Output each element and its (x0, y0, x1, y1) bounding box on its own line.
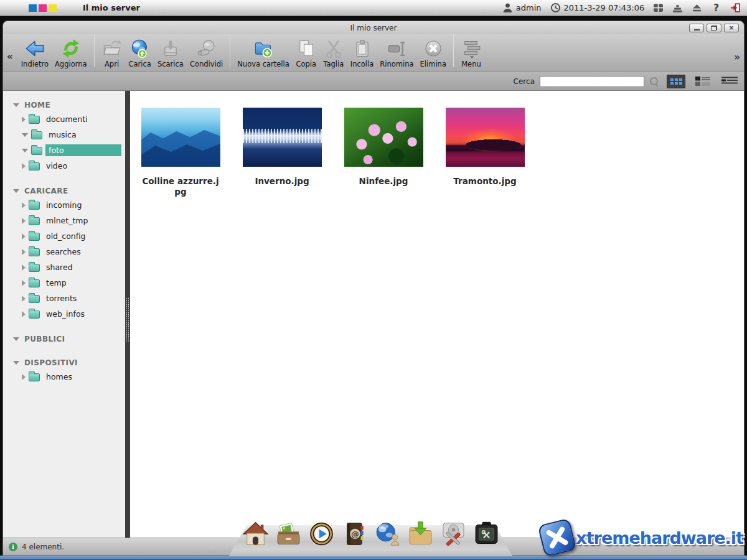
expand-arrow-icon[interactable] (22, 218, 26, 224)
dock-disk-tools-icon[interactable] (439, 520, 467, 548)
at-sign-glyph: @ (351, 530, 359, 539)
collapse-arrow-icon[interactable] (13, 189, 19, 193)
back-button[interactable]: Indietro (18, 38, 52, 68)
menu-button[interactable]: Menu (458, 38, 485, 68)
sidebar-item-shared[interactable]: shared (3, 259, 125, 275)
search-icon[interactable] (649, 77, 659, 86)
icon-view-button[interactable] (667, 75, 685, 88)
expand-arrow-icon[interactable] (22, 116, 26, 123)
expand-arrow-icon[interactable] (22, 233, 26, 240)
refresh-button[interactable]: Aggiorna (52, 38, 90, 68)
file-tile[interactable]: Ninfee.jpg (343, 108, 424, 187)
collapse-arrow-icon[interactable] (13, 103, 19, 107)
expand-arrow-icon[interactable] (22, 202, 26, 208)
expand-arrow-icon[interactable] (22, 249, 26, 255)
download-icon (160, 38, 181, 59)
window-titlebar[interactable]: Il mio server × (3, 21, 744, 34)
sidebar-item-web-infos[interactable]: web_infos (3, 306, 125, 322)
dock-media-player-icon[interactable] (308, 520, 335, 548)
collapse-arrow-icon[interactable] (13, 337, 19, 341)
expand-arrow-icon[interactable] (22, 280, 26, 286)
sidebar-item-foto[interactable]: foto (3, 142, 125, 158)
window-title: Il mio server (3, 24, 744, 32)
expand-arrow-icon[interactable] (22, 163, 26, 169)
devices-icon[interactable] (672, 2, 683, 13)
eject-icon[interactable] (692, 2, 702, 13)
folder-icon (29, 264, 40, 272)
collapse-arrow-icon[interactable] (13, 361, 19, 365)
expand-arrow-icon[interactable] (22, 296, 26, 302)
collapse-arrow-icon[interactable] (22, 133, 28, 137)
folder-icon (29, 310, 40, 319)
detail-view-button[interactable] (721, 76, 738, 86)
file-tile[interactable]: Colline azzurre.jpg (140, 108, 221, 197)
toolbar-overflow-left-icon[interactable]: « (7, 51, 13, 62)
file-tile[interactable]: Inverno.jpg (242, 108, 322, 187)
sidebar-splitter[interactable] (125, 91, 130, 538)
help-icon[interactable]: ? (711, 2, 721, 14)
rename-icon (386, 38, 407, 59)
sidebar-item-incoming[interactable]: incoming (3, 197, 125, 213)
delete-button[interactable]: Elimina (417, 38, 449, 68)
thumbnail-tramonto[interactable] (446, 108, 525, 167)
paste-button[interactable]: Incolla (347, 38, 377, 68)
apps-grid-icon[interactable] (653, 2, 664, 13)
copy-icon (296, 38, 317, 59)
dock-home-icon[interactable] (242, 520, 269, 548)
sidebar-item-temp[interactable]: temp (3, 275, 125, 291)
search-input[interactable] (540, 76, 644, 87)
copy-button[interactable]: Copia (293, 38, 320, 68)
collapse-arrow-icon[interactable] (22, 149, 28, 152)
thumbnail-inverno[interactable] (243, 108, 322, 167)
minimize-button[interactable] (689, 24, 704, 32)
section-header-pubblici[interactable]: PUBBLICI (3, 333, 125, 345)
sidebar-item-documenti[interactable]: documenti (3, 111, 125, 127)
file-tile[interactable]: Tramonto.jpg (444, 108, 525, 187)
sidebar-item-homes[interactable]: homes (3, 369, 125, 385)
expand-arrow-icon[interactable] (22, 311, 26, 317)
sidebar-item-video[interactable]: video (3, 158, 125, 174)
restore-button[interactable] (707, 24, 721, 32)
window-controls: × (689, 24, 739, 32)
close-button[interactable]: × (724, 24, 739, 32)
section-header-dispositivi[interactable]: DISPOSITIVI (3, 357, 125, 369)
share-button[interactable]: Condividi (187, 38, 226, 68)
folder-icon (29, 295, 40, 303)
splitter-grip[interactable] (126, 297, 129, 342)
sidebar-item-searches[interactable]: searches (3, 244, 125, 259)
thumbnail-colline-azzurre[interactable] (141, 108, 220, 167)
cut-button[interactable]: Taglia (320, 38, 347, 68)
top-os-bar: Il mio server admin 2011-3-29 07:43:06 ? (0, 0, 747, 16)
clock-display: 2011-3-29 07:43:06 (550, 2, 645, 13)
user-icon (502, 2, 513, 13)
dock-downloads-icon[interactable] (406, 520, 434, 548)
expand-arrow-icon[interactable] (22, 374, 26, 380)
list-view-button[interactable] (695, 76, 712, 86)
thumbnail-ninfee[interactable] (344, 108, 423, 167)
toolbar-overflow-right-icon[interactable]: » (734, 52, 740, 63)
dock-photos-icon[interactable] (275, 520, 302, 548)
dock-toolkit-icon[interactable] (472, 520, 500, 548)
search-bar: Cerca (3, 72, 744, 91)
dock-address-book-icon[interactable]: @ (341, 520, 368, 548)
logout-icon[interactable] (730, 2, 741, 13)
rename-button[interactable]: Rinomina (377, 38, 416, 68)
icon-view-glyph (670, 78, 674, 81)
download-button[interactable]: Scarica (154, 38, 187, 68)
folder-icon (31, 147, 42, 155)
sidebar-item-old-config[interactable]: old_config (3, 228, 125, 244)
section-pubblici: PUBBLICI (3, 333, 125, 345)
sidebar-item-torrents[interactable]: torrents (3, 291, 125, 306)
open-button[interactable]: Apri (98, 38, 126, 68)
toolbar: « Indietro Aggiorna Apri Carica (3, 34, 744, 72)
sidebar-item-mlnet-tmp[interactable]: mlnet_tmp (3, 213, 125, 228)
sidebar-item-musica[interactable]: musica (3, 127, 125, 142)
delete-icon (423, 38, 444, 59)
user-menu[interactable]: admin (502, 2, 542, 13)
expand-arrow-icon[interactable] (22, 264, 26, 271)
section-header-home[interactable]: HOME (3, 99, 125, 111)
new-folder-button[interactable]: Nuova cartella (234, 38, 293, 68)
upload-button[interactable]: Carica (126, 38, 154, 68)
section-header-caricare[interactable]: CARICARE (3, 185, 125, 197)
dock-web-users-icon[interactable] (374, 520, 401, 548)
